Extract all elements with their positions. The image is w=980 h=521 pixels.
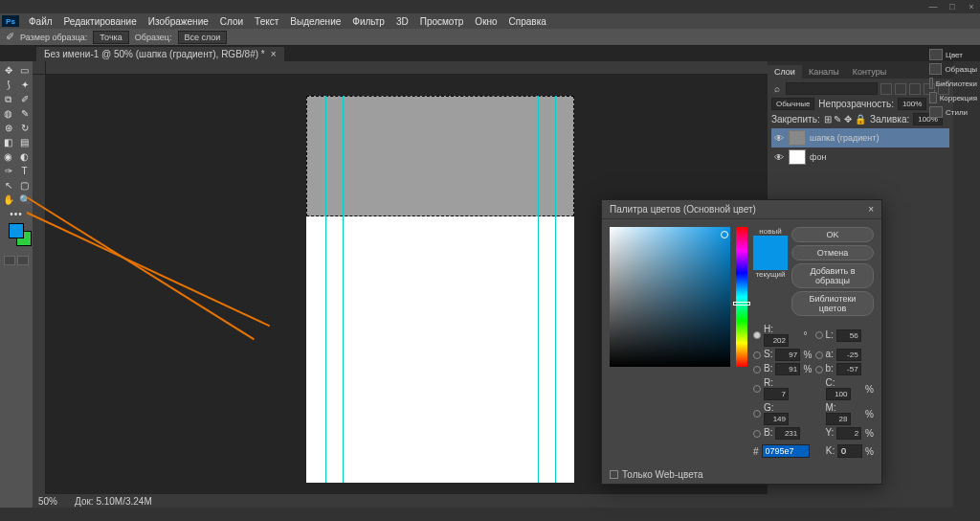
ruler-vertical[interactable] (33, 75, 46, 494)
move-tool[interactable]: ✥ (0, 63, 16, 78)
gradient-tool[interactable]: ▤ (16, 135, 33, 149)
tab-layers[interactable]: Слои (768, 65, 802, 79)
header-selection[interactable] (306, 96, 574, 216)
path-tool[interactable]: ↖ (0, 178, 16, 193)
stamp-tool[interactable]: ⊛ (0, 121, 16, 135)
hex-input[interactable] (762, 444, 810, 458)
layer-thumb[interactable] (789, 130, 806, 146)
panel-adjustments[interactable]: Коррекция (929, 92, 977, 103)
cancel-button[interactable]: Отмена (791, 245, 874, 260)
crop-tool[interactable]: ⧉ (0, 92, 16, 106)
current-color-preview[interactable] (753, 253, 788, 270)
document-tab[interactable]: Без имени-1 @ 50% (шапка (градиент), RGB… (36, 47, 284, 61)
h-input[interactable] (764, 334, 789, 347)
guide-line[interactable] (538, 96, 539, 483)
layer-name[interactable]: шапка (градиент) (810, 133, 879, 143)
tab-channels[interactable]: Каналы (802, 65, 846, 79)
panel-color[interactable]: Цвет (929, 49, 977, 60)
zoom-level[interactable]: 50% (38, 496, 57, 507)
menu-file[interactable]: Файл (23, 16, 58, 27)
text-tool[interactable]: T (16, 164, 33, 178)
menu-window[interactable]: Окно (469, 16, 502, 27)
wand-tool[interactable]: ✦ (16, 78, 33, 92)
sample-size-select[interactable]: Точка (93, 31, 128, 44)
menu-3d[interactable]: 3D (390, 16, 414, 27)
a-radio[interactable] (815, 351, 823, 359)
hue-cursor[interactable] (733, 302, 750, 306)
layer-row[interactable]: 👁 фон (771, 147, 949, 167)
layer-name[interactable]: фон (810, 152, 826, 162)
document-canvas[interactable] (306, 96, 574, 483)
c-input[interactable] (826, 388, 851, 400)
pen-tool[interactable]: ✑ (0, 164, 16, 178)
b-hsb-radio[interactable] (753, 366, 761, 374)
color-cursor[interactable] (721, 231, 728, 238)
minimize-icon[interactable]: — (928, 2, 938, 11)
tab-paths[interactable]: Контуры (846, 65, 893, 79)
r-radio[interactable] (753, 385, 761, 393)
s-input[interactable] (775, 349, 800, 361)
blur-tool[interactable]: ◉ (0, 149, 16, 164)
close-icon[interactable]: × (967, 2, 976, 11)
color-libs-button[interactable]: Библиотеки цветов (791, 291, 874, 316)
b-rgb-input[interactable] (775, 427, 800, 440)
menu-view[interactable]: Просмотр (414, 16, 470, 27)
r-input[interactable] (764, 388, 789, 400)
filter-type-select[interactable] (786, 82, 878, 95)
y-input[interactable] (836, 427, 861, 440)
menu-layers[interactable]: Слои (214, 16, 249, 27)
l-radio[interactable] (815, 331, 823, 339)
tab-close-icon[interactable]: × (271, 49, 277, 59)
menu-filter[interactable]: Фильтр (346, 16, 390, 27)
filter-adjust-icon[interactable] (895, 83, 906, 95)
m-input[interactable] (826, 413, 851, 425)
g-radio[interactable] (753, 410, 761, 418)
menu-image[interactable]: Изображение (143, 16, 214, 27)
b-hsb-input[interactable] (775, 363, 800, 375)
visibility-icon[interactable]: 👁 (773, 133, 785, 144)
guide-line[interactable] (325, 96, 326, 483)
ok-button[interactable]: OK (791, 227, 874, 242)
guide-line[interactable] (555, 96, 556, 483)
history-brush-tool[interactable]: ↻ (16, 121, 33, 135)
opacity-value[interactable]: 100% (898, 98, 926, 110)
toolbar-more-icon[interactable]: ••• (0, 207, 33, 221)
a-input[interactable] (836, 349, 861, 361)
panel-libraries[interactable]: Библиотеки (929, 78, 977, 89)
shape-tool[interactable]: ▢ (16, 178, 33, 193)
eyedropper-tool[interactable]: ✐ (16, 92, 33, 106)
screenmode-icon[interactable] (17, 256, 29, 265)
k-input[interactable] (837, 444, 862, 458)
hand-tool[interactable]: ✋ (0, 193, 16, 207)
web-only-checkbox[interactable] (610, 470, 618, 479)
visibility-icon[interactable]: 👁 (773, 152, 785, 163)
layer-row[interactable]: 👁 шапка (градиент) (771, 128, 949, 147)
blend-mode-select[interactable]: Обычные (771, 98, 814, 110)
b-lab-input[interactable] (836, 363, 861, 375)
dodge-tool[interactable]: ◐ (16, 149, 33, 164)
color-picker-dialog[interactable]: Палитра цветов (Основной цвет) × новый т… (601, 199, 882, 485)
sample-select[interactable]: Все слои (178, 31, 228, 44)
menu-select[interactable]: Выделение (284, 16, 346, 27)
hue-slider[interactable] (736, 227, 747, 367)
panel-swatches[interactable]: Образцы (929, 63, 977, 75)
b-lab-radio[interactable] (815, 366, 823, 374)
guide-line[interactable] (343, 96, 344, 483)
ruler-horizontal[interactable] (46, 61, 768, 75)
color-swatches[interactable] (3, 223, 30, 250)
lock-icons[interactable]: ⊞ ✎ ✥ 🔒 (824, 114, 866, 125)
menu-edit[interactable]: Редактирование (58, 16, 143, 27)
marquee-tool[interactable]: ▭ (16, 63, 33, 78)
filter-pixel-icon[interactable] (880, 83, 892, 95)
heal-tool[interactable]: ◍ (0, 106, 16, 121)
search-icon[interactable]: ⌕ (771, 83, 783, 95)
h-radio[interactable] (753, 331, 761, 339)
maximize-icon[interactable]: □ (947, 2, 957, 11)
s-radio[interactable] (753, 351, 761, 359)
l-input[interactable] (836, 329, 861, 342)
menu-help[interactable]: Справка (503, 16, 552, 27)
brush-tool[interactable]: ✎ (16, 106, 33, 121)
b-rgb-radio[interactable] (753, 430, 761, 438)
foreground-swatch[interactable] (9, 223, 24, 238)
add-swatch-button[interactable]: Добавить в образцы (791, 263, 874, 288)
